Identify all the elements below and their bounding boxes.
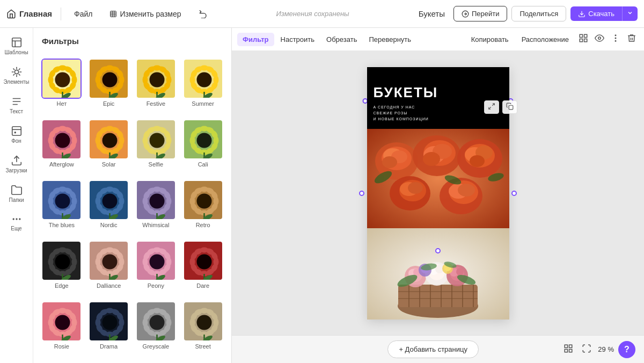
- filter-thumb-afterglow: [41, 119, 82, 159]
- sidebar-item-background[interactable]: Фон: [2, 121, 32, 148]
- filter-tab[interactable]: Фильтр: [237, 33, 274, 46]
- filter-thumb-selfie: [136, 119, 176, 159]
- design-name-button[interactable]: Букеты: [414, 7, 449, 20]
- svg-point-25: [55, 72, 70, 88]
- filter-item-solar[interactable]: Solar: [87, 118, 131, 176]
- sidebar-item-uploads[interactable]: Загрузки: [2, 150, 32, 178]
- svg-point-137: [196, 133, 211, 148]
- topbar-left: Главная Файл Изменить размер: [6, 8, 211, 20]
- filter-label-festive: Festive: [147, 100, 165, 107]
- copy-button[interactable]: Копировать: [466, 31, 514, 47]
- filter-panel-title: Фильтры: [33, 28, 231, 52]
- bottom-bar: + Добавить страницу 29 % ?: [232, 335, 644, 363]
- svg-point-249: [149, 255, 164, 270]
- zoom-level: 29 %: [598, 345, 614, 353]
- more-icon-button[interactable]: [609, 31, 623, 47]
- topbar-right: Букеты Перейти Поделиться Скачать: [414, 6, 638, 21]
- crop-tab[interactable]: Обрезать: [321, 33, 362, 46]
- download-button[interactable]: Скачать: [570, 6, 622, 21]
- eye-icon-button[interactable]: [592, 31, 606, 47]
- resize-button[interactable]: Изменить размер: [105, 8, 185, 20]
- expand-icon-button[interactable]: [484, 100, 499, 114]
- sidebar-item-elements[interactable]: Элементы: [2, 62, 32, 89]
- filter-item-epic[interactable]: Epic: [87, 57, 131, 115]
- download-more-button[interactable]: [622, 6, 638, 21]
- filter-thumb-rosie: [41, 301, 82, 342]
- svg-point-265: [196, 255, 211, 270]
- grid-icon-button[interactable]: [576, 31, 590, 47]
- sidebar-item-text[interactable]: Текст: [2, 91, 32, 119]
- svg-point-169: [103, 194, 118, 209]
- canvas-area: БУКЕТЫ А СЕГОДНЯ У НАС СВЕЖИЕ РОЗЫ И НОВ…: [232, 51, 644, 335]
- svg-point-201: [196, 194, 211, 209]
- flip-tab[interactable]: Перевернуть: [363, 33, 416, 46]
- filter-item-drama[interactable]: Drama: [87, 300, 131, 358]
- filter-thumb-retro: [183, 180, 223, 220]
- svg-point-350: [423, 152, 440, 166]
- filter-label-selfie: Selfie: [149, 161, 164, 168]
- sidebar-item-more[interactable]: Еще: [2, 209, 32, 236]
- arrange-button[interactable]: Расположение: [516, 31, 574, 47]
- svg-point-185: [149, 194, 164, 209]
- svg-point-217: [55, 255, 70, 270]
- canvas-image-top: [367, 129, 509, 228]
- svg-point-355: [470, 155, 485, 167]
- copy-canvas-icon-button[interactable]: [502, 100, 517, 114]
- adjust-tab[interactable]: Настроить: [275, 33, 320, 46]
- sidebar-item-templates[interactable]: Шаблоны: [2, 32, 32, 60]
- right-handle[interactable]: [511, 191, 517, 196]
- fullscreen-button[interactable]: [580, 342, 594, 358]
- filter-item-whimsical[interactable]: Whimsical: [134, 179, 178, 236]
- filter-grid: НетEpicFestiveSummerAfterglowSolarSelfie…: [33, 52, 231, 363]
- filter-item-rosie[interactable]: Rosie: [40, 300, 84, 358]
- goto-button[interactable]: Перейти: [453, 6, 508, 21]
- svg-point-233: [103, 255, 118, 270]
- filter-item-none[interactable]: Нет: [40, 57, 84, 115]
- share-button[interactable]: Поделиться: [511, 6, 566, 21]
- help-button[interactable]: ?: [618, 341, 635, 358]
- add-page-button[interactable]: + Добавить страницу: [387, 340, 479, 358]
- svg-point-336: [598, 37, 601, 40]
- svg-rect-335: [580, 39, 582, 42]
- filter-item-the_blues[interactable]: The blues: [40, 179, 84, 236]
- filter-item-retro[interactable]: Retro: [181, 179, 225, 236]
- sidebar-item-folders[interactable]: Папки: [2, 180, 32, 207]
- svg-point-363: [458, 184, 475, 197]
- filter-label-epic: Epic: [103, 100, 114, 107]
- filter-item-peony[interactable]: Peony: [134, 239, 178, 297]
- filter-thumb-peony: [136, 241, 176, 281]
- secondary-toolbar: Фильтр Настроить Обрезать Перевернуть Ко…: [232, 28, 644, 51]
- filter-panel: Фильтры НетEpicFestiveSummerAfterglowSol…: [33, 28, 232, 363]
- filter-label-rosie: Rosie: [54, 343, 69, 350]
- filter-item-selfie[interactable]: Selfie: [134, 118, 178, 176]
- filter-thumb-festive: [136, 59, 176, 99]
- trash-icon-button[interactable]: [625, 31, 639, 47]
- filter-item-dare[interactable]: Dare: [181, 239, 225, 297]
- file-button[interactable]: Файл: [70, 8, 97, 20]
- filter-item-dalliance[interactable]: Dalliance: [87, 239, 131, 297]
- right-panel: Фильтр Настроить Обрезать Перевернуть Ко…: [232, 28, 644, 363]
- filter-item-nordic[interactable]: Nordic: [87, 179, 131, 236]
- svg-point-73: [196, 72, 211, 88]
- filter-thumb-whimsical: [136, 180, 176, 220]
- filter-item-cali[interactable]: Cali: [181, 118, 225, 176]
- filter-thumb-edge: [41, 241, 82, 281]
- canvas-top-section: БУКЕТЫ А СЕГОДНЯ У НАС СВЕЖИЕ РОЗЫ И НОВ…: [367, 67, 509, 129]
- svg-rect-334: [584, 39, 587, 42]
- filter-item-edge[interactable]: Edge: [40, 239, 84, 297]
- filter-thumb-summer: [183, 59, 223, 99]
- roses-svg: [367, 129, 509, 228]
- undo-button[interactable]: [194, 8, 211, 20]
- divider: [61, 8, 61, 20]
- filter-item-greyscale[interactable]: Greyscale: [134, 300, 178, 358]
- canvas-subtitle: А СЕГОДНЯ У НАС СВЕЖИЕ РОЗЫ И НОВЫЕ КОМП…: [374, 104, 503, 122]
- filter-item-festive[interactable]: Festive: [134, 57, 178, 115]
- left-handle[interactable]: [359, 191, 364, 196]
- filter-label-summer: Summer: [192, 100, 214, 107]
- filter-item-afterglow[interactable]: Afterglow: [40, 118, 84, 176]
- filter-item-summer[interactable]: Summer: [181, 57, 225, 115]
- filter-item-street[interactable]: Street: [181, 300, 225, 358]
- grid-view-button[interactable]: [561, 342, 575, 358]
- zoom-controls: 29 % ?: [561, 341, 635, 358]
- home-button[interactable]: Главная: [6, 9, 52, 19]
